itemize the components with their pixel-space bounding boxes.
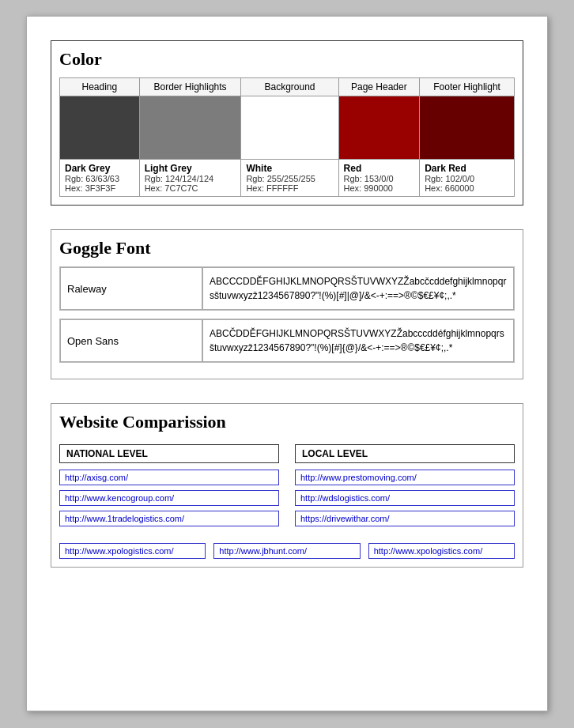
color-name-darkred: Dark Red bbox=[425, 163, 509, 174]
font-sample-opensans: ABCČDDĚFGHIJKLMNOPQRSŠTUVWXYZŽabcccddéfg… bbox=[202, 319, 514, 362]
bottom-urls: http://www.xpologistics.com/ http://www.… bbox=[59, 543, 515, 559]
website-section-title: Website Comparission bbox=[59, 412, 515, 432]
color-hex-darkgrey: Hex: 3F3F3F bbox=[65, 183, 134, 193]
local-column: LOCAL LEVEL http://www.prestomoving.com/… bbox=[295, 444, 515, 531]
color-rgb-darkred: Rgb: 102/0/0 bbox=[425, 174, 509, 183]
color-hex-red: Hex: 990000 bbox=[344, 183, 415, 193]
color-section: Color Heading Border Highlights Backgrou… bbox=[51, 40, 523, 206]
color-hex-darkred: Hex: 660000 bbox=[425, 183, 509, 193]
url-1trade[interactable]: http://www.1tradelogistics.com/ bbox=[59, 511, 279, 526]
bottom-url-xpo2[interactable]: http://www.xpologistics.com/ bbox=[368, 543, 515, 559]
color-rgb-red: Rgb: 153/0/0 bbox=[344, 174, 415, 183]
col-footer: Footer Highlight bbox=[420, 78, 515, 96]
color-section-title: Color bbox=[59, 49, 515, 70]
websites-grid: NATIONAL LEVEL http://axisg.com/ http://… bbox=[59, 444, 515, 531]
color-info-lightgrey: Light Grey Rgb: 124/124/124 Hex: 7C7C7C bbox=[139, 160, 241, 197]
color-info-darkred: Dark Red Rgb: 102/0/0 Hex: 660000 bbox=[420, 160, 515, 197]
font-section: Goggle Font Raleway ABCCCDDĚFGHIJKLMNOPQ… bbox=[51, 229, 523, 379]
national-header: NATIONAL LEVEL bbox=[59, 444, 279, 463]
swatch-light-grey bbox=[139, 96, 241, 160]
color-swatch-row bbox=[60, 96, 515, 160]
national-column: NATIONAL LEVEL http://axisg.com/ http://… bbox=[59, 444, 279, 531]
color-rgb-white: Rgb: 255/255/255 bbox=[246, 174, 333, 183]
col-background: Background bbox=[241, 78, 338, 96]
font-section-title: Goggle Font bbox=[59, 238, 515, 258]
color-hex-lightgrey: Hex: 7C7C7C bbox=[145, 183, 236, 193]
local-header: LOCAL LEVEL bbox=[295, 444, 515, 463]
url-axisg[interactable]: http://axisg.com/ bbox=[59, 470, 279, 485]
bottom-url-jbhunt[interactable]: http://www.jbhunt.com/ bbox=[213, 543, 360, 559]
font-row-raleway: Raleway ABCCCDDĚFGHIJKLMNOPQRSŠTUVWXYZŽa… bbox=[59, 266, 515, 311]
font-sample-raleway: ABCCCDDĚFGHIJKLMNOPQRSŠTUVWXYZŽabcčcddef… bbox=[202, 267, 514, 310]
col-heading: Heading bbox=[60, 78, 140, 96]
font-row-opensans: Open Sans ABCČDDĚFGHIJKLMNOPQRSŠTUVWXYZŽ… bbox=[59, 319, 515, 363]
color-name-lightgrey: Light Grey bbox=[145, 163, 236, 174]
swatch-white bbox=[241, 96, 338, 160]
color-name-darkgrey: Dark Grey bbox=[65, 163, 134, 174]
font-label-raleway: Raleway bbox=[60, 267, 202, 310]
website-section: Website Comparission NATIONAL LEVEL http… bbox=[51, 403, 523, 568]
url-kenco[interactable]: http://www.kencogroup.com/ bbox=[59, 490, 279, 506]
color-info-darkgrey: Dark Grey Rgb: 63/63/63 Hex: 3F3F3F bbox=[60, 160, 140, 197]
swatch-dark-grey bbox=[60, 96, 140, 160]
color-rgb-lightgrey: Rgb: 124/124/124 bbox=[145, 174, 236, 183]
color-table-header-row: Heading Border Highlights Background Pag… bbox=[60, 78, 515, 96]
url-presto[interactable]: http://www.prestomoving.com/ bbox=[295, 470, 515, 485]
color-hex-white: Hex: FFFFFF bbox=[246, 183, 333, 193]
color-info-white: White Rgb: 255/255/255 Hex: FFFFFF bbox=[241, 160, 338, 197]
swatch-dark-red bbox=[420, 96, 515, 160]
url-drivewithar[interactable]: https://drivewithar.com/ bbox=[295, 511, 515, 526]
font-label-opensans: Open Sans bbox=[60, 319, 202, 362]
color-info-row: Dark Grey Rgb: 63/63/63 Hex: 3F3F3F Ligh… bbox=[60, 160, 515, 197]
bottom-url-xpo1[interactable]: http://www.xpologistics.com/ bbox=[59, 543, 206, 559]
color-table: Heading Border Highlights Background Pag… bbox=[59, 77, 515, 197]
swatch-red bbox=[338, 96, 420, 160]
color-name-red: Red bbox=[344, 163, 415, 174]
url-wds[interactable]: http://wdslogistics.com/ bbox=[295, 490, 515, 506]
page: Color Heading Border Highlights Backgrou… bbox=[26, 16, 548, 711]
color-info-red: Red Rgb: 153/0/0 Hex: 990000 bbox=[338, 160, 420, 197]
color-name-white: White bbox=[246, 163, 333, 174]
col-pageheader: Page Header bbox=[338, 78, 420, 96]
col-border: Border Highlights bbox=[139, 78, 241, 96]
color-rgb-darkgrey: Rgb: 63/63/63 bbox=[65, 174, 134, 183]
